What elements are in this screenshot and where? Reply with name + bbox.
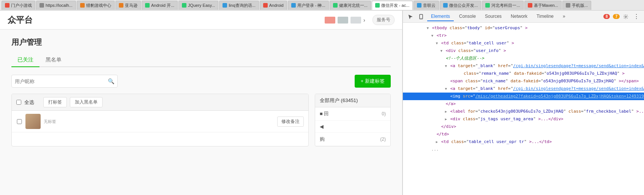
tab-favicon [333,3,338,8]
triangle-a-avatar[interactable] [445,87,447,91]
tab-favicon [528,3,532,8]
tab-wechat-pub[interactable]: 微信公众开发... [440,1,481,10]
tab-yinlian[interactable]: 音联云 [414,1,439,10]
tree-a-avatar[interactable]: <a target="_blank" href="/cgi-bin/single… [403,85,644,93]
tab-linq[interactable]: linq查询的语... [219,1,259,10]
row-checkbox[interactable] [16,119,22,124]
triangle-a[interactable] [445,64,447,68]
tree-div-userinfo[interactable]: <div class="user_info" > [403,47,644,55]
tree-span-nick[interactable]: <span class="nick_name" data-fakeid="o54… [403,77,644,85]
triangle-label[interactable] [445,110,447,113]
tab-amazon[interactable]: 亚马逊 [115,1,141,10]
tree-td-user[interactable]: <td class="table_cell user" > [403,39,644,47]
devtools-tab-console[interactable]: Console [455,12,480,21]
tab-favicon [182,3,186,8]
tree-a-remark[interactable]: <a target="_blank" href="/cgi-bin/single… [403,62,644,70]
select-all-label: 全选 [24,99,34,106]
tab-android1[interactable]: Android 开... [142,1,178,10]
table-header-row: 全选 打标签 加入黑名单 [12,94,308,111]
triangle-jstags[interactable] [445,117,447,121]
tab-login[interactable]: 用户登录 - 榊... [288,1,329,10]
tab-localhost[interactable]: https://localh... [36,1,76,10]
tree-comment: <!--个人信息区--> [403,55,644,62]
tab-maven[interactable]: 基于Maven... [524,1,562,10]
html-tree: <tbody class="tbody" id="userGroups" > <… [403,24,644,154]
tag-name: 购 [320,136,325,143]
devtools-panel: Elements Console Sources Network Timelin… [402,11,644,195]
avatar-image [25,114,41,129]
tab-favicon [291,3,296,8]
user-tag: 无标签 [44,119,274,124]
tree-div-tags[interactable]: <div class="js_tags user_tag_area" >...<… [403,115,644,123]
tag-filter-item-2[interactable]: ◀ [315,121,390,133]
triangle-td[interactable] [436,41,438,45]
tab-blacklist[interactable]: 黑名单 [39,53,68,67]
tab-followed[interactable]: 已关注 [11,53,39,67]
select-all-checkbox[interactable] [16,100,21,105]
more-menu-btn[interactable]: ⋮ [632,13,641,20]
devtools-tab-more[interactable]: » [559,12,569,21]
tab-jquery[interactable]: JQuery Easy... [178,1,218,10]
tab-bar: 已关注 黑名单 [11,53,391,67]
tree-close-a: </a> [403,100,644,108]
tag-name: ◀ [320,124,324,129]
tab-games[interactable]: 门户小游戏 [2,1,35,10]
devtools-status: 8 7 [603,14,620,19]
devtools-tab-sources[interactable]: Sources [481,12,505,21]
tree-img-avatar[interactable]: <img src="/misc/getheadimg2?fakeid=o543n… [403,93,644,100]
tab-health[interactable]: 健康河北统一... [330,1,371,10]
devtools-toolbar: Elements Console Sources Network Timelin… [403,11,644,23]
tag-count: (2) [380,137,386,142]
blacklist-button[interactable]: 加入黑名单 [70,97,103,107]
user-avatar [25,114,41,129]
devtools-tab-network[interactable]: Network [507,12,531,21]
tab-label: 微信公众开发... [449,3,478,8]
page-header: 众平台 › 服务号 [0,11,402,30]
tab-wechat-dev[interactable]: 微信开发 - ac... [372,1,413,10]
triangle-tr[interactable] [431,34,433,38]
tree-tbody[interactable]: <tbody class="tbody" id="userGroups" > [403,24,644,32]
devtools-tab-elements[interactable]: Elements [427,12,454,21]
devtools-tab-timeline[interactable]: Timeline [533,12,557,21]
error-badge: 8 [603,14,610,19]
tab-label: 用户登录 - 榊... [297,3,325,8]
tab-label: Android 开... [151,3,174,8]
user-info: 无标签 [44,119,274,124]
user-list-panel: 全选 打标签 加入黑名单 无标签 [11,94,309,146]
tab-label: 微信开发 - ac... [381,3,410,8]
tree-label[interactable]: <label for="checko543njg003UP66uIs7o_LZD… [403,108,644,115]
tag-filter-item-gou[interactable]: 购 (2) [315,133,390,146]
tab-label: linq查询的语... [229,3,255,8]
cursor-icon-btn[interactable] [406,12,415,21]
warning-badge: 7 [613,14,620,19]
tab-label: 健康河北统一... [339,3,368,8]
tree-close-div: </div> [403,123,644,131]
tag-button[interactable]: 打标签 [43,97,67,107]
tab-label: 门户小游戏 [11,3,32,8]
triangle-td2[interactable] [436,140,438,144]
tag-filter-panel: 全部用户 (63451) ■ 田 0) ◀ 购 (2) [315,94,391,146]
tree-tr[interactable]: <tr> [403,32,644,39]
tab-cheetah[interactable]: 猎豹游戏中心 [77,1,115,10]
search-icon[interactable]: 🔍 [108,78,114,84]
tag-filter-item-tian[interactable]: ■ 田 0) [315,107,390,121]
settings-icon-btn[interactable] [621,12,630,21]
triangle-tbody[interactable] [427,26,429,30]
tab-hebei[interactable]: 河北考科目一... [482,1,523,10]
triangle-div[interactable] [440,49,442,53]
edit-note-button[interactable]: 修改备注 [277,116,304,127]
tab-android2[interactable]: Android [260,1,287,10]
tab-mobile[interactable]: 手机版... [562,1,591,10]
tab-label: 猎豹游戏中心 [86,3,111,8]
tree-ellipsis: ... [403,146,644,153]
header-img2 [338,17,348,24]
devtools-html-content[interactable]: <tbody class="tbody" id="userGroups" > <… [403,23,644,195]
header-arrow: › [363,17,369,23]
tree-td-useropr[interactable]: <td class="table_cell user_opr tr" >...<… [403,138,644,146]
tab-label: 亚马逊 [125,3,137,8]
search-input[interactable] [15,79,108,84]
table-row: 无标签 修改备注 [12,111,308,132]
mobile-icon-btn[interactable] [417,12,426,21]
svg-point-2 [625,16,627,17]
new-tag-button[interactable]: + 新建标签 [355,75,391,88]
